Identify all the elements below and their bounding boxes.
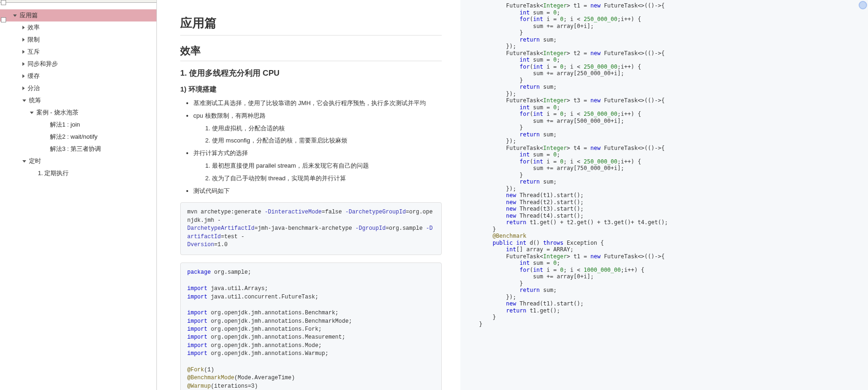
heading-2: 效率 [180,44,442,61]
tree-label: 解法2 : wait/notify [50,133,98,141]
ordered-list: 最初想直接使用 parallel stream，后来发现它有自己的问题 改为了自… [193,161,442,184]
tree-label: 定时 [29,157,41,165]
document-column-right: FutureTask<Integer> t1 = new FutureTask<… [460,0,868,390]
tree-item[interactable]: 效率 [0,21,156,34]
tree-label: 解法1 : join [50,121,80,129]
heading-3: 1. 使用多线程充分利用 CPU [180,68,442,78]
list-item: 改为了自己手动控制 thread，实现简单的并行计算 [212,174,442,184]
outline-sidebar: 应用篇 效率 限制 互斥 同步和异步 缓存 分治 统筹 案例 - 烧水泡茶 解法… [0,0,157,390]
tree-item[interactable]: 限制 [0,34,156,46]
tree-item[interactable]: 统筹 [0,94,156,106]
chevron-down-icon [22,160,26,163]
tree-item[interactable]: 解法2 : wait/notify [0,131,156,143]
tree-item[interactable]: 定时 [0,155,156,167]
tree-item[interactable]: 缓存 [0,70,156,82]
ordered-list: 使用虚拟机，分配合适的核 使用 msconfig，分配合适的核，需要重启比较麻烦 [193,124,442,146]
tree-label: 分治 [28,84,40,92]
list-item: 测试代码如下 [193,186,442,196]
gutter-icon[interactable] [1,0,6,5]
code-block-mvn: mvn archetype:generate -DinteractiveMode… [180,202,442,255]
tree-item[interactable]: 1. 定期执行 [0,167,156,179]
tree-item[interactable]: 解法1 : join [0,119,156,131]
tree-label: 同步和异步 [28,60,58,68]
chevron-down-icon [22,99,26,102]
list-item-text: 并行计算方式的选择 [193,149,248,156]
tree-item[interactable]: 互斥 [0,46,156,58]
list-item: 最初想直接使用 parallel stream，后来发现它有自己的问题 [212,161,442,171]
list-item: 并行计算方式的选择 最初想直接使用 parallel stream，后来发现它有… [193,149,442,183]
tree-label: 限制 [28,35,40,44]
chevron-right-icon [22,38,25,42]
heading-4: 1) 环境搭建 [180,85,442,94]
tree-item[interactable]: 解法3 : 第三者协调 [0,143,156,155]
outline-tree: 应用篇 效率 限制 互斥 同步和异步 缓存 分治 统筹 案例 - 烧水泡茶 解法… [0,3,156,179]
chevron-right-icon [22,86,25,90]
document-content: 应用篇 效率 1. 使用多线程充分利用 CPU 1) 环境搭建 基准测试工具选择… [157,0,868,390]
list-item-text: cpu 核数限制，有两种思路 [193,112,266,119]
chevron-down-icon [30,112,34,114]
list-item: 基准测试工具选择，使用了比较靠谱的 JMH，它会执行程序预热，执行多次测试并平均 [193,99,442,108]
list-item: 使用虚拟机，分配合适的核 [212,124,442,134]
chevron-right-icon [22,26,25,29]
heading-1: 应用篇 [180,15,442,35]
tree-item[interactable]: 同步和异步 [0,58,156,70]
bullet-list: 基准测试工具选择，使用了比较靠谱的 JMH，它会执行程序预热，执行多次测试并平均… [180,99,442,196]
tree-label: 统筹 [29,96,41,105]
code-block-java: package org.sample; import java.util.Arr… [180,262,442,390]
list-item: 使用 msconfig，分配合适的核，需要重启比较麻烦 [212,136,442,146]
tree-label: 互斥 [28,48,40,56]
tree-label: 效率 [28,23,40,32]
scroll-indicator-icon[interactable] [859,1,867,9]
tree-label: 缓存 [28,72,40,80]
chevron-right-icon [22,50,25,54]
chevron-right-icon [22,74,25,78]
tree-label: 案例 - 烧水泡茶 [36,108,78,117]
tree-label: 应用篇 [20,11,38,20]
sidebar-gutter [0,0,6,390]
list-item: cpu 核数限制，有两种思路 使用虚拟机，分配合适的核 使用 msconfig，… [193,111,442,146]
gutter-icon[interactable] [1,17,6,22]
tree-label: 解法3 : 第三者协调 [50,145,101,153]
tree-item[interactable]: 案例 - 烧水泡茶 [0,106,156,119]
tree-item-root[interactable]: 应用篇 [0,9,156,21]
chevron-right-icon [22,62,25,66]
code-block-java-right: FutureTask<Integer> t1 = new FutureTask<… [479,0,854,337]
document-column-left: 应用篇 效率 1. 使用多线程充分利用 CPU 1) 环境搭建 基准测试工具选择… [157,0,460,390]
chevron-down-icon [13,14,17,17]
tree-item[interactable]: 分治 [0,82,156,94]
tree-label: 1. 定期执行 [38,169,69,177]
